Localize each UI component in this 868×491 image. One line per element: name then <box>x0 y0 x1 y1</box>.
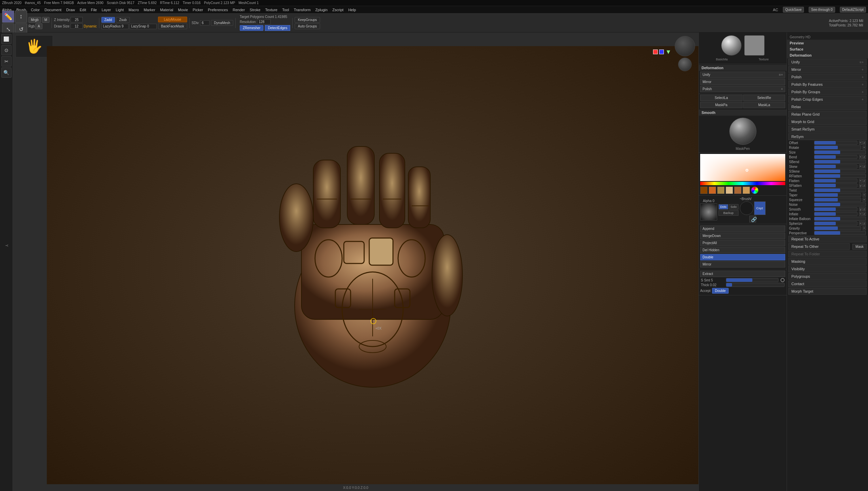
rotate-slider[interactable] <box>814 145 861 150</box>
dyn-mesh-btn[interactable]: DynaMesh <box>211 20 233 26</box>
spherize-slider[interactable] <box>814 221 857 225</box>
unify-far-btn[interactable]: Unify ≡+ <box>788 59 867 65</box>
thick-slider[interactable] <box>726 283 785 287</box>
squeeze-slider[interactable] <box>814 198 861 202</box>
flatten-plus[interactable]: + <box>859 179 862 183</box>
maskla-btn[interactable]: MaskLa <box>743 102 786 108</box>
rgb-a-btn[interactable]: A <box>35 23 42 29</box>
squeeze-plus[interactable]: + <box>863 198 866 202</box>
resolution-input[interactable] <box>257 19 271 24</box>
morph-target-btn[interactable]: Morph Target <box>788 288 867 295</box>
bend-z[interactable]: z <box>863 155 866 159</box>
menu-help[interactable]: Help <box>348 8 356 12</box>
polish-crisp-btn[interactable]: Polish Crisp Edges + <box>788 96 867 103</box>
draw-size-input[interactable] <box>71 23 83 29</box>
s-smt-slider[interactable] <box>726 278 778 282</box>
deformation-header[interactable]: Deformation <box>699 65 787 71</box>
menu-tool[interactable]: Tool <box>282 8 289 12</box>
detect-edges-btn[interactable]: DetectEdges <box>265 25 290 31</box>
draw-tool[interactable]: ✏️ <box>2 11 14 23</box>
spherize-plus[interactable]: + <box>859 221 862 225</box>
menu-zscript[interactable]: Zscript <box>332 8 343 12</box>
select-la-btn[interactable]: SelectLa <box>700 95 743 101</box>
repeat-to-active-btn[interactable]: Repeat To Active <box>788 236 867 242</box>
zsub-input[interactable] <box>101 24 129 29</box>
surface-header[interactable]: Surface <box>787 46 868 52</box>
zadd-btn[interactable]: Zadd <box>101 17 115 23</box>
inflate-z[interactable]: z <box>863 212 866 216</box>
menu-file[interactable]: File <box>91 8 97 12</box>
color-wheel-small[interactable] <box>751 186 758 194</box>
menu-edit[interactable]: Edit <box>80 8 86 12</box>
bend-plus[interactable]: + <box>859 155 862 159</box>
maskpa-btn[interactable]: MaskPa <box>700 102 743 108</box>
taper-slider[interactable] <box>814 193 861 197</box>
rotate-plus[interactable]: + <box>863 145 866 150</box>
menu-color[interactable]: Color <box>31 8 40 12</box>
visibility-btn[interactable]: Visibility <box>788 266 867 272</box>
polish-far-btn[interactable]: Polish + <box>788 74 867 80</box>
swatch-0[interactable] <box>700 186 708 194</box>
menu-transform[interactable]: Transform <box>294 8 311 12</box>
relax-plane-btn[interactable]: Relax Plane Grid <box>788 111 867 118</box>
sflatten-y[interactable]: y <box>859 183 862 188</box>
inflate-balloon-slider[interactable] <box>814 217 866 221</box>
deformation-header2[interactable]: Deformation <box>787 52 868 58</box>
rflatten-slider[interactable] <box>814 174 866 178</box>
gravity-plus[interactable]: + <box>863 226 866 230</box>
mirror-btn[interactable]: Mirror <box>700 79 785 85</box>
menu-macro[interactable]: Macro <box>129 8 139 12</box>
skew-z[interactable]: z <box>863 164 866 169</box>
twist-slider[interactable] <box>814 188 866 192</box>
cxyz-btn[interactable]: Cxyz <box>754 201 766 215</box>
sflatten-z[interactable]: z <box>863 183 866 188</box>
m-btn[interactable]: M <box>42 17 50 23</box>
size-slider[interactable] <box>814 150 866 154</box>
resym-btn[interactable]: ReSym <box>788 133 867 140</box>
ac-label[interactable]: AC <box>773 8 778 12</box>
lazy-mouse-btn[interactable]: LazyMouse <box>158 17 187 22</box>
sflatten-slider[interactable] <box>814 183 857 188</box>
noise-slider[interactable] <box>814 202 866 207</box>
offset-plus[interactable]: + <box>859 141 862 145</box>
smooth-header[interactable]: Smooth <box>699 110 787 116</box>
smooth-deform-slider[interactable] <box>814 207 857 211</box>
offset-slider[interactable] <box>814 141 857 145</box>
menu-document[interactable]: Document <box>44 8 61 12</box>
spherize-z[interactable]: z <box>863 221 866 225</box>
auto-groups-btn[interactable]: Auto Groups <box>295 23 320 29</box>
smooth-z[interactable]: z <box>863 207 866 211</box>
mask-repeat-btn[interactable]: Mask <box>852 244 867 250</box>
sidebar-select[interactable]: ⬜ <box>1 34 12 44</box>
hue-bar[interactable] <box>700 182 785 185</box>
menu-picker[interactable]: Picker <box>193 8 203 12</box>
double-btn[interactable]: Double <box>700 254 785 260</box>
viewport[interactable]: 🖐 <box>13 33 698 491</box>
sidebar-lasso[interactable]: ⊙ <box>1 45 12 55</box>
merge-down-btn[interactable]: MergeDown <box>700 233 785 239</box>
morph-grid-btn[interactable]: Morph to Grid <box>788 118 867 125</box>
keep-groups-btn[interactable]: KeepGroups <box>295 17 320 23</box>
select-re-btn[interactable]: SelectRe <box>743 95 786 101</box>
swatch-2[interactable] <box>717 186 725 194</box>
swatch-1[interactable] <box>709 186 716 194</box>
menu-stroke[interactable]: Stroke <box>250 8 260 12</box>
preview-header[interactable]: Preview <box>787 40 868 46</box>
link-btn[interactable]: 🔗 <box>749 216 756 222</box>
del-hidden-btn[interactable]: Del Hidden <box>700 247 785 253</box>
solo-btn[interactable]: Solo <box>729 204 738 210</box>
swatch-3[interactable] <box>726 186 733 194</box>
color-gradient[interactable] <box>700 154 785 181</box>
menu-draw[interactable]: Draw <box>66 8 75 12</box>
relax-btn[interactable]: Relax <box>788 103 867 110</box>
backface-btn[interactable]: BackFaceMask <box>158 23 187 29</box>
flatten-slider[interactable] <box>814 179 857 183</box>
mat-sphere-glossy[interactable] <box>721 35 742 56</box>
offset-minus[interactable]: z <box>863 141 866 145</box>
polish-btn[interactable]: Polish + <box>700 86 785 92</box>
menu-material[interactable]: Material <box>160 8 173 12</box>
menu-render[interactable]: Render <box>233 8 245 12</box>
sdiv-input[interactable] <box>200 20 210 25</box>
mirror-far-btn[interactable]: Mirror + <box>788 66 867 73</box>
backup-btn[interactable]: Backup <box>718 210 738 216</box>
